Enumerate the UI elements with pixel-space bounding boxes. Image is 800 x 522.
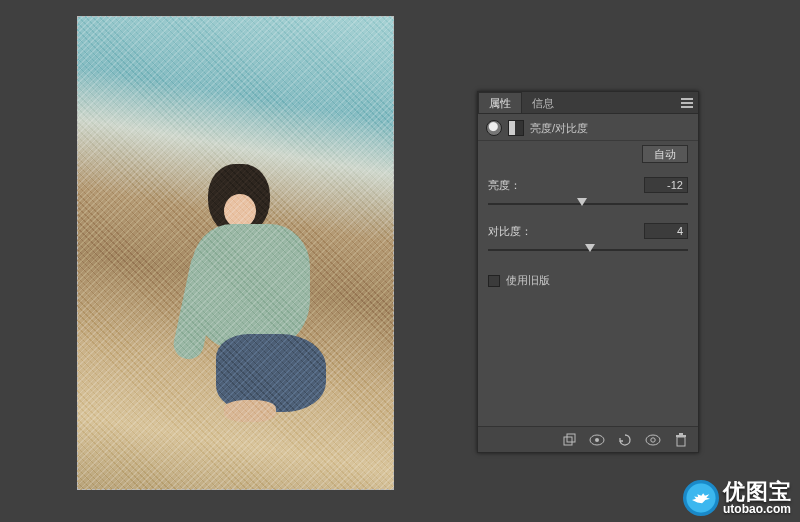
watermark-name-zh: 优图宝 xyxy=(723,481,792,503)
legacy-checkbox[interactable] xyxy=(488,275,500,287)
toggle-visibility-icon[interactable] xyxy=(644,431,662,449)
adjustment-title: 亮度/对比度 xyxy=(530,121,588,136)
legacy-row: 使用旧版 xyxy=(488,273,688,288)
watermark: 优图宝 utobao.com xyxy=(683,480,792,516)
contrast-row: 对比度： xyxy=(488,223,688,255)
panel-footer xyxy=(478,426,698,452)
delete-icon[interactable] xyxy=(672,431,690,449)
svg-point-5 xyxy=(651,437,655,441)
svg-rect-6 xyxy=(677,437,685,446)
tab-properties[interactable]: 属性 xyxy=(478,92,522,113)
contrast-icon xyxy=(508,120,524,136)
canvas-image xyxy=(77,16,394,490)
photo-subject xyxy=(172,164,352,424)
brightness-icon xyxy=(486,120,502,136)
brightness-value-input[interactable] xyxy=(644,177,688,193)
contrast-value-input[interactable] xyxy=(644,223,688,239)
panel-menu-icon[interactable] xyxy=(676,92,698,114)
brightness-slider[interactable] xyxy=(488,199,688,209)
svg-point-3 xyxy=(595,438,599,442)
svg-rect-8 xyxy=(679,433,683,435)
contrast-slider[interactable] xyxy=(488,245,688,255)
view-previous-icon[interactable] xyxy=(588,431,606,449)
auto-button[interactable]: 自动 xyxy=(642,145,688,163)
contrast-label: 对比度： xyxy=(488,224,532,239)
tab-info[interactable]: 信息 xyxy=(522,93,564,113)
clip-to-layer-icon[interactable] xyxy=(560,431,578,449)
brightness-label: 亮度： xyxy=(488,178,521,193)
svg-rect-0 xyxy=(564,437,572,445)
svg-rect-7 xyxy=(676,435,686,437)
brightness-row: 亮度： xyxy=(488,177,688,209)
adjustment-header: 亮度/对比度 xyxy=(478,114,698,141)
legacy-label: 使用旧版 xyxy=(506,273,550,288)
svg-rect-1 xyxy=(567,434,575,442)
document-canvas[interactable] xyxy=(77,16,394,490)
properties-panel: 属性 信息 亮度/对比度 自动 亮度： 对比度： xyxy=(477,91,699,453)
panel-tab-bar: 属性 信息 xyxy=(478,92,698,114)
svg-point-4 xyxy=(646,435,660,445)
watermark-badge-icon xyxy=(683,480,719,516)
panel-body: 自动 亮度： 对比度： 使用旧版 xyxy=(478,141,698,426)
watermark-name-en: utobao.com xyxy=(723,503,792,515)
reset-icon[interactable] xyxy=(616,431,634,449)
